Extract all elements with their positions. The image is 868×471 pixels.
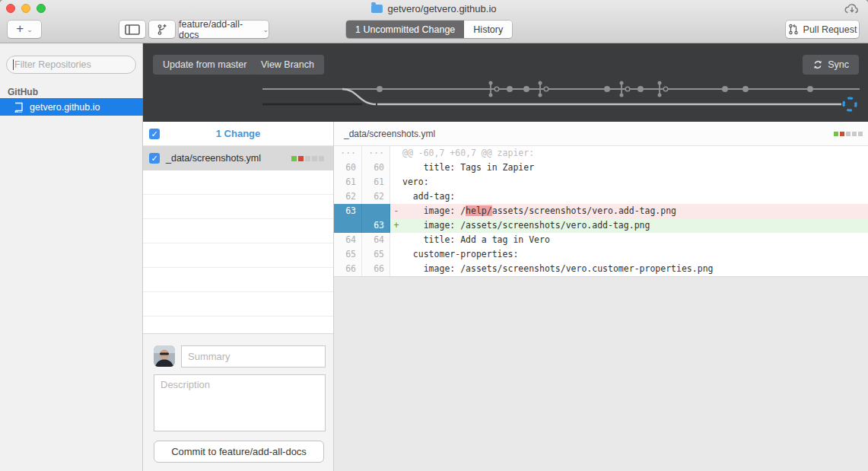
diff-sign [390, 262, 402, 276]
diff-sign: + [390, 218, 402, 233]
diff-sign: - [390, 204, 402, 218]
tab-history[interactable]: History [464, 21, 512, 38]
old-line-number: 62 [334, 189, 362, 204]
new-line-number: 61 [362, 175, 390, 189]
commit-dot [722, 86, 728, 92]
repo-book-icon [14, 102, 24, 113]
select-all-checkbox[interactable]: ✓ [149, 129, 160, 139]
commit-box: Commit to feature/add-all-docs [143, 333, 333, 471]
file-checkbox[interactable]: ✓ [149, 153, 160, 164]
diff-row[interactable]: 63+ image: /assets/screenshots/vero.add-… [334, 218, 868, 233]
diff-stat-square [834, 132, 838, 136]
diff-stat-square [291, 156, 297, 161]
diff-stat-square [840, 132, 844, 136]
diff-code: customer-properties: [402, 247, 868, 262]
new-line-number: 64 [362, 233, 390, 247]
diff-row[interactable]: ······@@ -60,7 +60,7 @@ zapier: [334, 146, 868, 161]
diff-code: vero: [402, 175, 868, 189]
app-window: getvero/getvero.github.io + ⌄ [0, 0, 868, 471]
new-line-number: 66 [362, 262, 390, 276]
tab-uncommitted-changes[interactable]: 1 Uncommitted Change [346, 21, 464, 38]
diff-rows: ······@@ -60,7 +60,7 @@ zapier:6060 titl… [334, 146, 868, 277]
diff-row[interactable]: 63- image: /help/assets/screenshots/vero… [334, 204, 868, 218]
filter-repositories-input[interactable] [6, 56, 136, 74]
commit-button[interactable]: Commit to feature/add-all-docs [154, 441, 324, 463]
changed-file-row[interactable]: ✓ _data/screenshots.yml [143, 146, 333, 170]
commit-dot [523, 86, 529, 92]
old-line-number [334, 218, 362, 233]
commit-description-input[interactable] [154, 374, 326, 431]
add-repository-button[interactable]: + ⌄ [8, 21, 41, 38]
update-from-master-button[interactable]: Update from master [153, 55, 256, 75]
titlebar: getvero/getvero.github.io [0, 0, 868, 17]
commit-summary-input[interactable] [181, 345, 326, 368]
diff-stat-square [319, 156, 324, 161]
diff-row[interactable]: 6666 image: /assets/screenshots/vero.cus… [334, 262, 868, 276]
chevron-down-icon: ⌄ [262, 26, 269, 33]
empty-file-list-rows [143, 170, 333, 333]
diff-stat-square [852, 132, 857, 136]
new-branch-icon [156, 24, 168, 36]
word-diff-highlight: help/ [466, 205, 492, 216]
old-line-number: 64 [334, 233, 362, 247]
diff-stat-square [298, 156, 304, 161]
diff-sign [390, 247, 402, 262]
diff-sign [390, 146, 402, 161]
diff-code: title: Tags in Zapier [402, 161, 868, 175]
diff-stat-square [858, 132, 863, 136]
diff-panel: _data/screenshots.yml ······@@ -60,7 +60… [334, 122, 868, 471]
changes-count-label: 1 Change [143, 122, 333, 146]
view-segmented-control: 1 Uncommitted Change History [346, 21, 512, 38]
sync-label: Sync [828, 59, 849, 70]
sync-button[interactable]: Sync [803, 55, 859, 75]
diff-row[interactable]: 6565 customer-properties: [334, 247, 868, 262]
toggle-sidebar-button[interactable] [119, 21, 145, 38]
avatar [154, 345, 175, 367]
sidebar-section-github: GitHub [8, 87, 38, 97]
cloud-download-icon[interactable] [843, 2, 861, 19]
new-line-number: 63 [362, 218, 390, 233]
changed-file-name: _data/screenshots.yml [166, 146, 261, 170]
diff-row[interactable]: 6464 title: Add a tag in Vero [334, 233, 868, 247]
new-line-number: 60 [362, 161, 390, 175]
diff-stat-square [846, 132, 851, 136]
changes-panel: 1 Change ✓ ✓ _data/screenshots.yml Commi… [143, 122, 334, 471]
diff-row[interactable]: 6161vero: [334, 175, 868, 189]
diff-sign [390, 175, 402, 189]
folder-icon [371, 5, 383, 13]
new-line-number: ··· [362, 146, 390, 161]
create-branch-button[interactable] [149, 21, 175, 38]
old-line-number: 66 [334, 262, 362, 276]
pull-request-label: Pull Request [803, 24, 857, 35]
sync-icon [812, 59, 823, 70]
diff-code: add-tag: [402, 189, 868, 204]
diff-code: image: /assets/screenshots/vero.add-tag.… [402, 218, 868, 233]
diff-sign [390, 189, 402, 204]
commit-dot [637, 86, 644, 92]
diff-stat-squares [291, 156, 324, 161]
diff-row[interactable]: 6060 title: Tags in Zapier [334, 161, 868, 175]
repositories-sidebar: GitHub getvero.github.io [0, 43, 143, 471]
uncommitted-head-icon [844, 98, 856, 110]
diff-file-name: _data/screenshots.yml [344, 122, 435, 146]
commit-dot [507, 86, 513, 92]
old-line-number: ··· [334, 146, 362, 161]
diff-code: image: /help/assets/screenshots/vero.add… [402, 204, 868, 218]
commit-dot [604, 86, 610, 92]
old-line-number: 63 [334, 204, 362, 218]
branch-selector-dropdown[interactable]: feature/add-all-docs ⌄ [179, 21, 269, 38]
diff-row[interactable]: 6262 add-tag: [334, 189, 868, 204]
diff-code: @@ -60,7 +60,7 @@ zapier: [402, 146, 868, 161]
view-branch-button[interactable]: View Branch [251, 55, 324, 75]
window-chrome: getvero/getvero.github.io + ⌄ [0, 0, 868, 43]
pull-request-icon [788, 24, 799, 35]
commit-dot [807, 86, 813, 92]
diff-stat-square [305, 156, 310, 161]
plus-icon: + [16, 21, 24, 37]
new-line-number: 62 [362, 189, 390, 204]
old-line-number: 61 [334, 175, 362, 189]
diff-sign [390, 161, 402, 175]
pull-request-button[interactable]: Pull Request [786, 21, 859, 38]
sidebar-item-repository[interactable]: getvero.github.io [0, 98, 143, 116]
panel-toggle-icon [125, 24, 140, 35]
